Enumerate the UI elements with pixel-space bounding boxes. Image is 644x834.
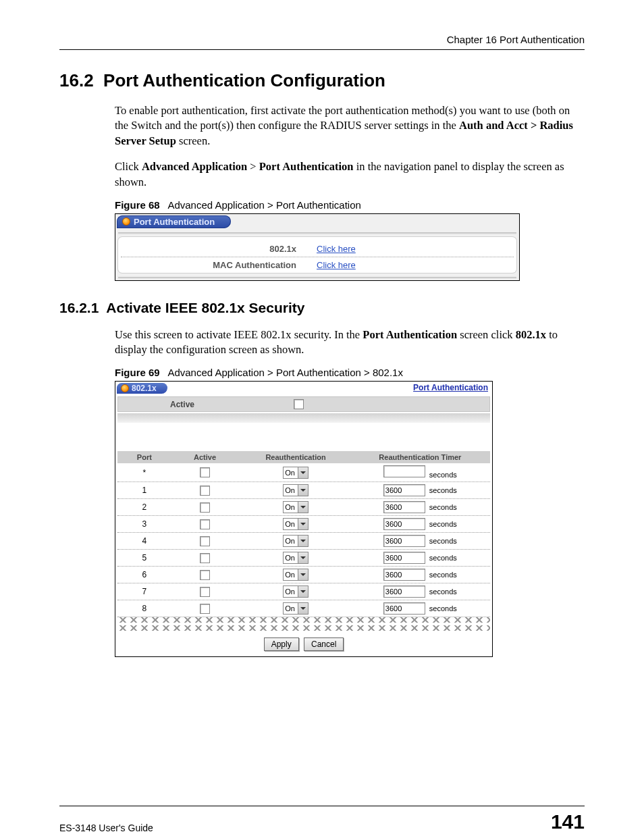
reauth-cell: On	[238, 569, 352, 581]
reauth-dropdown[interactable]: On	[283, 484, 308, 496]
active-checkbox[interactable]	[200, 486, 210, 496]
seconds-label: seconds	[429, 486, 457, 494]
reauth-cell: On	[238, 467, 352, 479]
subsection-number: 16.2.1	[59, 300, 99, 315]
global-active-checkbox[interactable]	[294, 399, 304, 409]
menu-rows: 802.1x Click here MAC Authentication Cli…	[118, 237, 516, 273]
reauth-dropdown[interactable]: On	[283, 467, 308, 479]
header-port: Port	[117, 453, 171, 461]
bold-text: Advanced Application	[142, 160, 247, 173]
port-cell: 2	[117, 502, 171, 512]
chevron-down-icon[interactable]	[298, 603, 308, 614]
figure-68-heading: Figure 68 Advanced Application > Port Au…	[115, 199, 585, 211]
timer-cell: seconds	[353, 465, 490, 479]
timer-cell: 3600seconds	[353, 518, 490, 530]
active-cell	[171, 570, 239, 580]
divider	[117, 413, 490, 423]
table-row: *Onseconds	[117, 463, 490, 482]
port-cell: 7	[117, 587, 171, 596]
chevron-down-icon[interactable]	[298, 552, 308, 563]
reauth-cell: On	[238, 552, 352, 564]
reauth-dropdown[interactable]: On	[283, 501, 308, 513]
reauth-cell: On	[238, 602, 352, 615]
chevron-down-icon[interactable]	[298, 536, 308, 546]
subsection-heading: 16.2.1 Activate IEEE 802.1x Security	[59, 300, 585, 316]
port-cell: 6	[117, 570, 171, 579]
reauth-cell: On	[238, 535, 352, 547]
row-label: MAC Authentication	[121, 260, 317, 270]
section-heading: 16.2 Port Authentication Configuration	[59, 70, 585, 91]
port-cell: 1	[117, 486, 171, 495]
table-row: 5On3600seconds	[117, 550, 490, 567]
active-checkbox[interactable]	[200, 570, 210, 580]
figure-label: Figure 68	[115, 199, 160, 211]
timer-input[interactable]: 3600	[383, 535, 425, 547]
click-here-link[interactable]: Click here	[317, 260, 356, 270]
row-label: 802.1x	[121, 244, 317, 254]
table-row: 4On3600seconds	[117, 533, 490, 550]
active-checkbox[interactable]	[200, 467, 210, 477]
dropdown-value: On	[284, 552, 298, 563]
port-cell: 5	[117, 553, 171, 563]
active-cell	[171, 587, 239, 597]
menu-row-8021x: 802.1x Click here	[121, 241, 514, 257]
timer-cell: 3600seconds	[353, 602, 490, 615]
timer-input[interactable]: 3600	[383, 518, 425, 530]
active-cell	[171, 604, 239, 614]
table-row: 2On3600seconds	[117, 499, 490, 516]
timer-input[interactable]: 3600	[383, 552, 425, 564]
seconds-label: seconds	[429, 604, 457, 613]
timer-input[interactable]: 3600	[383, 484, 425, 496]
header-timer: Reauthentication Timer	[353, 453, 490, 461]
chevron-down-icon[interactable]	[298, 502, 308, 513]
active-checkbox[interactable]	[200, 519, 210, 529]
apply-button[interactable]: Apply	[264, 637, 299, 651]
figure-69-screenshot: 802.1x Port Authentication Active Port A…	[115, 381, 493, 657]
timer-input[interactable]: 3600	[383, 585, 425, 598]
tab-dot-icon	[122, 217, 130, 226]
reauth-cell: On	[238, 585, 352, 598]
reauth-dropdown[interactable]: On	[283, 585, 308, 598]
reauth-dropdown[interactable]: On	[283, 569, 308, 581]
table-header-row: Port Active Reauthentication Reauthentic…	[117, 451, 490, 463]
bold-text: 802.1x	[516, 328, 546, 341]
active-checkbox[interactable]	[200, 587, 210, 597]
cancel-button[interactable]: Cancel	[304, 637, 344, 651]
text: >	[247, 160, 259, 173]
reauth-dropdown[interactable]: On	[283, 552, 308, 564]
port-authentication-link[interactable]: Port Authentication	[413, 383, 488, 392]
timer-input[interactable]: 3600	[383, 602, 425, 615]
reauth-dropdown[interactable]: On	[283, 535, 308, 547]
port-cell: 4	[117, 536, 171, 546]
tab-port-authentication[interactable]: Port Authentication	[117, 215, 231, 228]
timer-input[interactable]	[383, 465, 425, 477]
port-cell: 3	[117, 519, 171, 529]
reauth-dropdown[interactable]: On	[283, 518, 308, 530]
chevron-down-icon[interactable]	[298, 467, 308, 478]
text: Click	[115, 160, 142, 173]
tab-label: Port Authentication	[134, 217, 215, 227]
chevron-down-icon[interactable]	[298, 519, 308, 529]
click-here-link[interactable]: Click here	[317, 244, 356, 254]
chevron-down-icon[interactable]	[298, 586, 308, 597]
table-row: 3On3600seconds	[117, 516, 490, 533]
dropdown-value: On	[284, 467, 298, 478]
active-cell	[171, 553, 239, 563]
global-active-row: Active	[117, 396, 490, 412]
seconds-label: seconds	[429, 588, 457, 596]
page-footer: ES-3148 User's Guide 141	[59, 806, 585, 833]
chevron-down-icon[interactable]	[298, 569, 308, 580]
chevron-down-icon[interactable]	[298, 485, 308, 496]
tab-8021x[interactable]: 802.1x	[117, 383, 167, 394]
dropdown-value: On	[284, 569, 298, 580]
reauth-dropdown[interactable]: On	[283, 602, 308, 615]
active-checkbox[interactable]	[200, 502, 210, 513]
port-cell: 8	[117, 604, 171, 613]
active-checkbox[interactable]	[200, 553, 210, 563]
active-checkbox[interactable]	[200, 604, 210, 614]
timer-input[interactable]: 3600	[383, 569, 425, 581]
timer-input[interactable]: 3600	[383, 501, 425, 513]
dropdown-value: On	[284, 502, 298, 513]
active-checkbox[interactable]	[200, 536, 210, 546]
torn-edge-icon	[117, 625, 490, 631]
